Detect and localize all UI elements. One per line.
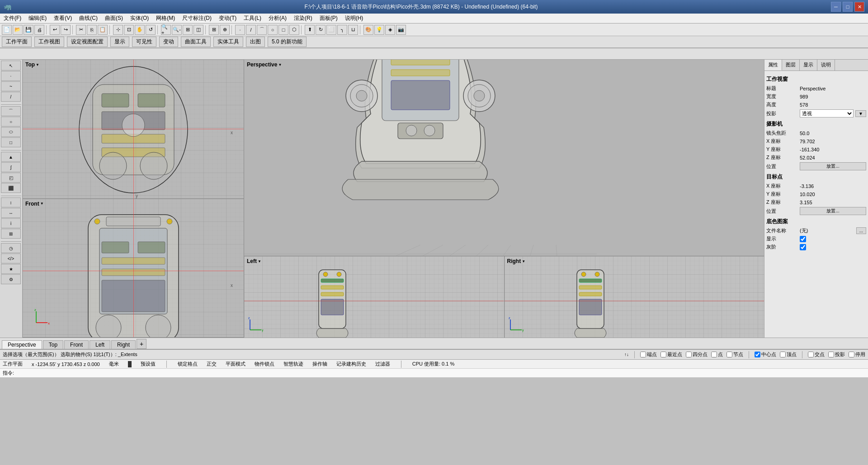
nearpoint-check[interactable] — [660, 352, 666, 357]
vp-top-label[interactable]: Top ▼ — [25, 61, 39, 68]
snap-toggle[interactable]: ⊕ — [220, 25, 230, 35]
viewport-front[interactable]: Front ▼ — [23, 199, 244, 338]
analysis-tool[interactable]: i — [1, 218, 21, 228]
copy-button[interactable]: ⎘ — [87, 25, 97, 35]
script-tool[interactable]: </> — [1, 254, 21, 263]
rect-button[interactable]: □ — [278, 25, 288, 35]
circle-tool[interactable]: ○ — [1, 117, 21, 127]
viewport-top[interactable]: Top ▼ — [23, 60, 244, 199]
extrude-button[interactable]: ⬆ — [305, 25, 315, 35]
camera-button[interactable]: 📷 — [396, 25, 406, 35]
tab-perspective[interactable]: Perspective — [2, 340, 42, 349]
snap-grid-label[interactable]: 锁定格点 — [178, 361, 198, 367]
top-check[interactable] — [780, 352, 786, 357]
viewport-perspective[interactable]: Perspective ▼ — [244, 60, 764, 256]
filter-label[interactable]: 过滤器 — [375, 361, 390, 367]
zoom-window[interactable]: ◫ — [193, 25, 203, 35]
transform-tool[interactable]: ↕ — [1, 197, 21, 207]
window-select[interactable]: ⊡ — [124, 25, 134, 35]
tab-top[interactable]: Top — [43, 340, 63, 349]
render-button[interactable]: 🎨 — [363, 25, 373, 35]
tab-front[interactable]: Front — [64, 340, 89, 349]
arc-tool[interactable]: ⌒ — [1, 106, 21, 116]
new-button[interactable]: 📄 — [2, 25, 12, 35]
obj-lock-label[interactable]: 物件锁点 — [255, 361, 274, 367]
rp-tab-notes[interactable]: 说明 — [817, 60, 835, 70]
rp-tab-layers[interactable]: 图层 — [782, 60, 800, 70]
open-button[interactable]: 📂 — [13, 25, 23, 35]
menu-item-3[interactable]: 曲线(C) — [75, 14, 101, 23]
menu-item-9[interactable]: 工具(L) — [240, 14, 265, 23]
node-check[interactable] — [726, 352, 732, 357]
solid-tool[interactable]: ⬛ — [1, 183, 21, 193]
save-button[interactable]: 💾 — [24, 25, 33, 35]
boolean-button[interactable]: ⊔ — [348, 25, 358, 35]
curve-tool[interactable]: ~ — [1, 81, 21, 91]
maximize-button[interactable]: □ — [843, 2, 853, 12]
disabled-check[interactable] — [849, 352, 854, 357]
tab-left[interactable]: Left — [90, 340, 110, 349]
menu-item-6[interactable]: 网格(M) — [152, 14, 179, 23]
menu-item-13[interactable]: 说明(H) — [341, 14, 367, 23]
zoom-extent[interactable]: ⊞ — [183, 25, 193, 35]
line-tool[interactable]: / — [1, 92, 21, 102]
surface-button[interactable]: ⬜ — [326, 25, 336, 35]
menu-item-2[interactable]: 查看(V) — [50, 14, 75, 23]
mode-btn-0[interactable]: 工作平面 — [2, 37, 32, 47]
rp-tab-display[interactable]: 显示 — [800, 60, 817, 70]
mode-btn-8[interactable]: 出图 — [246, 37, 265, 47]
select-tool[interactable]: ↖ — [1, 61, 21, 70]
ellipse-tool[interactable]: ⬭ — [1, 127, 21, 137]
projection-select[interactable]: 透视 平行 — [800, 109, 854, 117]
close-button[interactable]: ✕ — [854, 2, 864, 12]
poly-line-tool[interactable]: ▲ — [1, 152, 21, 162]
vp-perspective-label[interactable]: Perspective ▼ — [247, 61, 282, 68]
center-check[interactable] — [755, 352, 760, 357]
viewport-left-small[interactable]: Left ▼ — [244, 256, 505, 338]
print-button[interactable]: 🖨 — [34, 25, 44, 35]
intersect-check[interactable] — [808, 352, 814, 357]
point-button[interactable]: · — [235, 25, 245, 35]
cage-edit[interactable]: ⊞ — [1, 229, 21, 239]
projection-expand[interactable]: ▼ — [855, 110, 866, 117]
menu-item-7[interactable]: 尺寸标注(D) — [179, 14, 215, 23]
menu-item-12[interactable]: 面板(P) — [316, 14, 341, 23]
cam-pos-button[interactable]: 放置... — [800, 162, 866, 170]
zoom-in[interactable]: 🔍+ — [161, 25, 171, 35]
settings-tool[interactable]: ⚙ — [1, 274, 21, 284]
mode-btn-1[interactable]: 工作视图 — [34, 37, 64, 47]
revolve-button[interactable]: ↻ — [316, 25, 326, 35]
mode-btn-4[interactable]: 可见性 — [132, 37, 156, 47]
pan-button[interactable]: ✋ — [135, 25, 145, 35]
smart-track-label[interactable]: 智慧轨迹 — [283, 361, 303, 367]
line-button[interactable]: / — [246, 25, 256, 35]
mode-btn-6[interactable]: 曲面工具 — [181, 37, 211, 47]
vp-left-label[interactable]: Left ▼ — [247, 258, 261, 264]
bg-show-checkbox[interactable] — [800, 236, 806, 242]
menu-item-0[interactable]: 文件(F) — [0, 14, 25, 23]
point-tool[interactable]: · — [1, 71, 21, 81]
rect-tool[interactable]: □ — [1, 137, 21, 147]
mode-btn-5[interactable]: 变动 — [159, 37, 178, 47]
vp-right-label[interactable]: Right ▼ — [507, 258, 526, 264]
mode-btn-2[interactable]: 设定视图配置 — [67, 37, 108, 47]
undo-button[interactable]: ↩ — [50, 25, 60, 35]
menu-item-8[interactable]: 变动(T) — [215, 14, 240, 23]
manipulator-label[interactable]: 操作轴 — [312, 361, 327, 367]
fillet-button[interactable]: ╮ — [337, 25, 347, 35]
grid-toggle[interactable]: ⊞ — [209, 25, 219, 35]
dimension-tool[interactable]: ↔ — [1, 208, 21, 218]
tab-add-button[interactable]: + — [137, 339, 146, 349]
menu-item-5[interactable]: 实体(O) — [127, 14, 152, 23]
paste-button[interactable]: 📋 — [98, 25, 108, 35]
light-button[interactable]: 💡 — [374, 25, 384, 35]
minimize-button[interactable]: ─ — [831, 2, 841, 12]
mode-btn-3[interactable]: 显示 — [110, 37, 129, 47]
menu-item-1[interactable]: 编辑(E) — [25, 14, 50, 23]
material-button[interactable]: ◈ — [385, 25, 395, 35]
circle-button[interactable]: ○ — [268, 25, 278, 35]
poly-button[interactable]: ⬡ — [289, 25, 299, 35]
mode-btn-9[interactable]: 5.0 的新功能 — [268, 37, 307, 47]
endpoint-check[interactable] — [640, 352, 646, 357]
command-input[interactable] — [16, 370, 865, 377]
